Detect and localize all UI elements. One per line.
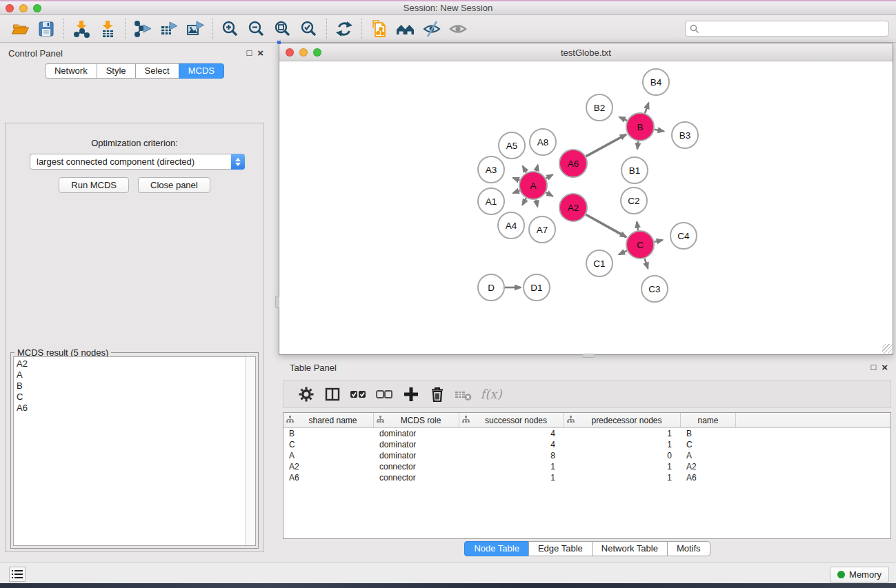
first-neighbors-button[interactable] xyxy=(392,17,419,41)
table-row[interactable]: Adominator80A xyxy=(283,450,890,461)
graph-node-B3[interactable]: B3 xyxy=(672,122,698,148)
edge-A-A8[interactable] xyxy=(537,165,538,171)
graph-node-A4[interactable]: A4 xyxy=(498,212,524,239)
hide-selected-button[interactable] xyxy=(419,17,445,41)
close-table-panel-icon[interactable]: × xyxy=(882,362,888,372)
new-network-from-selection-button[interactable] xyxy=(366,17,392,41)
graph-node-A8[interactable]: A8 xyxy=(530,129,556,155)
tab-network[interactable]: Network xyxy=(45,63,97,79)
network-canvas[interactable]: B4B2BB3A8A5A6B1A3AA1C2A2A4A7C4CC1C3DD1 xyxy=(279,61,893,354)
tab-node-table[interactable]: Node Table xyxy=(464,541,529,556)
run-mcds-button[interactable]: Run MCDS xyxy=(59,177,129,193)
close-panel-icon[interactable]: × xyxy=(257,48,263,58)
refresh-button[interactable] xyxy=(331,17,357,41)
edge-C-C3[interactable] xyxy=(645,258,648,269)
export-network-button[interactable] xyxy=(130,17,156,41)
optimization-criterion-dropdown[interactable]: largest connected component (directed) xyxy=(30,154,245,170)
add-column-button[interactable] xyxy=(398,383,424,405)
graph-node-D1[interactable]: D1 xyxy=(524,274,550,301)
unselect-all-button[interactable] xyxy=(372,383,398,405)
graph-node-A[interactable]: A xyxy=(519,172,547,199)
mcds-result-item[interactable]: A xyxy=(17,369,245,381)
vertical-splitter-handle[interactable] xyxy=(275,296,279,308)
tab-motifs[interactable]: Motifs xyxy=(667,541,710,556)
column-view-button[interactable] xyxy=(319,383,346,405)
tab-mcds[interactable]: MCDS xyxy=(179,63,224,79)
graph-node-A3[interactable]: A3 xyxy=(478,156,504,183)
edge-A-A5[interactable] xyxy=(523,166,526,172)
search-input[interactable] xyxy=(699,23,884,34)
graph-node-C1[interactable]: C1 xyxy=(586,250,613,276)
graph-node-A1[interactable]: A1 xyxy=(478,188,504,214)
edge-C-C1[interactable] xyxy=(619,251,627,254)
save-session-button[interactable] xyxy=(33,17,59,41)
graph-node-C3[interactable]: C3 xyxy=(641,276,668,302)
gear-button[interactable] xyxy=(293,383,319,405)
graph-node-D[interactable]: D xyxy=(478,274,504,301)
edge-B-B4[interactable] xyxy=(645,103,648,113)
delete-table-button[interactable] xyxy=(450,383,477,405)
graph-node-A5[interactable]: A5 xyxy=(499,132,525,159)
zoom-selected-button[interactable] xyxy=(296,17,322,41)
memory-button[interactable]: Memory xyxy=(830,567,889,582)
select-all-button[interactable] xyxy=(346,383,372,405)
network-window-titlebar[interactable]: testGlobe.txt xyxy=(279,43,893,61)
close-panel-button[interactable]: Close panel xyxy=(138,177,210,193)
graph-node-C4[interactable]: C4 xyxy=(670,223,697,249)
zoom-fit-button[interactable] xyxy=(270,17,296,41)
edge-A-A3[interactable] xyxy=(513,178,520,181)
graph-node-A6[interactable]: A6 xyxy=(559,150,587,177)
window-resize-grip[interactable] xyxy=(882,344,892,354)
show-all-button[interactable] xyxy=(445,17,471,41)
mcds-result-item[interactable]: A6 xyxy=(17,403,245,414)
graph-node-B4[interactable]: B4 xyxy=(643,69,669,95)
edge-A-A7[interactable] xyxy=(536,200,537,207)
tab-style[interactable]: Style xyxy=(97,63,136,79)
graph-node-C2[interactable]: C2 xyxy=(621,187,647,214)
node-table[interactable]: shared nameMCDS rolesuccessor nodesprede… xyxy=(283,412,891,539)
column-header-successor-nodes[interactable]: successor nodes xyxy=(459,413,564,427)
frame-corner-handle[interactable] xyxy=(277,41,281,44)
delete-column-button[interactable] xyxy=(424,383,450,405)
edge-B-B2[interactable] xyxy=(619,117,627,121)
column-header-mcds-role[interactable]: MCDS role xyxy=(374,413,459,427)
graph-node-B2[interactable]: B2 xyxy=(586,94,613,121)
edge-A2-C[interactable] xyxy=(586,214,626,237)
mcds-result-list[interactable]: A2ABCA6 xyxy=(13,356,256,546)
column-header-predecessor-nodes[interactable]: predecessor nodes xyxy=(564,413,681,427)
table-row[interactable]: A6connector11A6 xyxy=(283,472,890,483)
edge-C-C2[interactable] xyxy=(637,222,638,231)
tab-network-table[interactable]: Network Table xyxy=(592,541,668,556)
tab-edge-table[interactable]: Edge Table xyxy=(528,541,593,556)
edge-A6-B[interactable] xyxy=(586,134,626,156)
import-table-button[interactable] xyxy=(94,17,121,41)
import-network-button[interactable] xyxy=(68,17,94,41)
edge-C-C4[interactable] xyxy=(655,240,663,241)
export-table-button[interactable] xyxy=(156,17,182,41)
table-row[interactable]: Bdominator41B xyxy=(283,428,890,439)
mcds-result-item[interactable]: C xyxy=(17,392,245,403)
edge-B-B1[interactable] xyxy=(637,141,638,149)
table-row[interactable]: Cdominator41C xyxy=(283,439,890,450)
list-scrollbar[interactable] xyxy=(245,357,255,545)
zoom-in-button[interactable] xyxy=(217,17,243,41)
column-header-shared-name[interactable]: shared name xyxy=(283,413,374,427)
search-field[interactable] xyxy=(685,21,889,37)
column-header-name[interactable]: name xyxy=(681,413,736,427)
open-file-button[interactable] xyxy=(7,17,33,41)
edge-B-B3[interactable] xyxy=(655,130,664,132)
table-row[interactable]: A2connector11A2 xyxy=(283,461,890,472)
float-table-panel-icon[interactable]: □ xyxy=(870,362,876,372)
graph-node-C[interactable]: C xyxy=(626,231,654,258)
graph-node-A2[interactable]: A2 xyxy=(559,194,587,221)
graph-node-B1[interactable]: B1 xyxy=(621,157,648,183)
zoom-out-button[interactable] xyxy=(243,17,270,41)
edge-A-A2[interactable] xyxy=(546,192,552,196)
edge-A-A1[interactable] xyxy=(513,190,520,193)
mcds-result-item[interactable]: A2 xyxy=(17,358,245,369)
function-builder-button[interactable]: f(x) xyxy=(477,383,503,405)
tab-select[interactable]: Select xyxy=(135,63,179,79)
mcds-result-item[interactable]: B xyxy=(17,381,245,392)
edge-A-A6[interactable] xyxy=(546,174,552,178)
edge-A-A4[interactable] xyxy=(522,198,526,205)
